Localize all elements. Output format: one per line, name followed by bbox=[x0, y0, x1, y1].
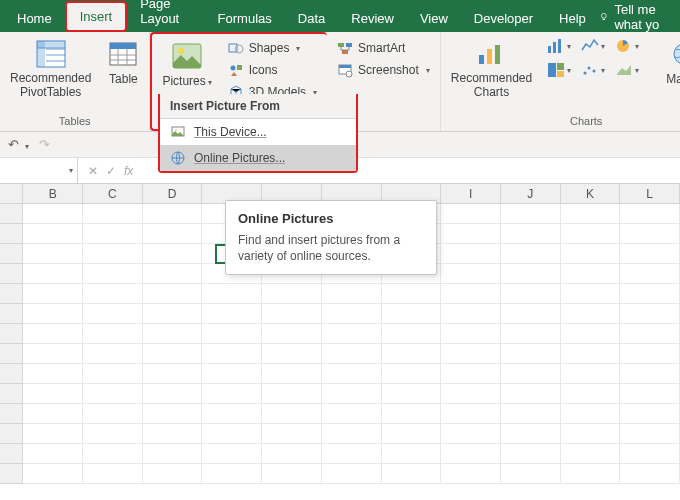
cell[interactable] bbox=[262, 344, 322, 364]
cell[interactable] bbox=[322, 424, 382, 444]
cell[interactable] bbox=[23, 284, 83, 304]
cell[interactable] bbox=[23, 344, 83, 364]
cell[interactable] bbox=[561, 364, 621, 384]
col-header[interactable]: C bbox=[83, 184, 143, 203]
cell[interactable] bbox=[620, 344, 680, 364]
cell[interactable] bbox=[620, 204, 680, 224]
screenshot-button[interactable]: Screenshot▾ bbox=[333, 60, 434, 80]
tab-insert[interactable]: Insert bbox=[65, 1, 128, 32]
cell[interactable] bbox=[143, 364, 203, 384]
row-header[interactable] bbox=[0, 384, 23, 404]
cell[interactable] bbox=[83, 244, 143, 264]
cell[interactable] bbox=[322, 464, 382, 484]
cell[interactable] bbox=[620, 264, 680, 284]
cell[interactable] bbox=[262, 304, 322, 324]
cell[interactable] bbox=[382, 344, 442, 364]
cell[interactable] bbox=[501, 224, 561, 244]
cell[interactable] bbox=[382, 464, 442, 484]
cell[interactable] bbox=[441, 384, 501, 404]
cell[interactable] bbox=[561, 464, 621, 484]
cell[interactable] bbox=[143, 244, 203, 264]
cell[interactable] bbox=[620, 424, 680, 444]
cell[interactable] bbox=[83, 364, 143, 384]
cell[interactable] bbox=[262, 464, 322, 484]
cell[interactable] bbox=[23, 224, 83, 244]
cell[interactable] bbox=[143, 444, 203, 464]
line-chart-button[interactable]: ▾ bbox=[578, 36, 608, 56]
cell[interactable] bbox=[382, 424, 442, 444]
cell[interactable] bbox=[561, 304, 621, 324]
name-box[interactable]: ▾ bbox=[0, 158, 78, 183]
cell[interactable] bbox=[83, 444, 143, 464]
dropdown-this-device[interactable]: This Device... bbox=[160, 119, 356, 145]
cell[interactable] bbox=[561, 204, 621, 224]
cell[interactable] bbox=[441, 324, 501, 344]
cell[interactable] bbox=[501, 244, 561, 264]
cell[interactable] bbox=[382, 284, 442, 304]
cell[interactable] bbox=[441, 444, 501, 464]
cell[interactable] bbox=[322, 404, 382, 424]
col-header[interactable]: K bbox=[561, 184, 621, 203]
cell[interactable] bbox=[441, 304, 501, 324]
col-header[interactable]: D bbox=[143, 184, 203, 203]
scatter-chart-button[interactable]: ▾ bbox=[578, 60, 608, 80]
tab-page-layout[interactable]: Page Layout bbox=[127, 0, 204, 32]
cell[interactable] bbox=[561, 404, 621, 424]
cell[interactable] bbox=[501, 204, 561, 224]
cell[interactable] bbox=[202, 464, 262, 484]
cell[interactable] bbox=[143, 464, 203, 484]
cell[interactable] bbox=[262, 404, 322, 424]
cell[interactable] bbox=[322, 344, 382, 364]
cell[interactable] bbox=[202, 324, 262, 344]
shapes-button[interactable]: Shapes▾ bbox=[224, 38, 321, 58]
cell[interactable] bbox=[382, 364, 442, 384]
maps-button[interactable]: Maps▾ bbox=[662, 36, 680, 88]
undo-button[interactable]: ↶ ▾ bbox=[8, 137, 29, 152]
cell[interactable] bbox=[143, 324, 203, 344]
cell[interactable] bbox=[262, 384, 322, 404]
cell[interactable] bbox=[23, 244, 83, 264]
cell[interactable] bbox=[441, 464, 501, 484]
cell[interactable] bbox=[620, 284, 680, 304]
cell[interactable] bbox=[202, 304, 262, 324]
cell[interactable] bbox=[83, 224, 143, 244]
tab-help[interactable]: Help bbox=[546, 5, 599, 32]
smartart-button[interactable]: SmartArt bbox=[333, 38, 434, 58]
cell[interactable] bbox=[83, 344, 143, 364]
cell[interactable] bbox=[202, 424, 262, 444]
tab-data[interactable]: Data bbox=[285, 5, 338, 32]
cell[interactable] bbox=[83, 464, 143, 484]
cell[interactable] bbox=[322, 284, 382, 304]
cell[interactable] bbox=[202, 384, 262, 404]
table-button[interactable]: Table bbox=[103, 36, 143, 88]
row-header[interactable] bbox=[0, 244, 23, 264]
cell[interactable] bbox=[143, 424, 203, 444]
cell[interactable] bbox=[143, 284, 203, 304]
cell[interactable] bbox=[23, 424, 83, 444]
cell[interactable] bbox=[441, 404, 501, 424]
cell[interactable] bbox=[262, 284, 322, 304]
cell[interactable] bbox=[382, 324, 442, 344]
row-header[interactable] bbox=[0, 224, 23, 244]
cell[interactable] bbox=[23, 324, 83, 344]
cell[interactable] bbox=[23, 384, 83, 404]
cell[interactable] bbox=[501, 344, 561, 364]
cell[interactable] bbox=[143, 404, 203, 424]
cell[interactable] bbox=[501, 404, 561, 424]
cell[interactable] bbox=[561, 444, 621, 464]
enter-icon[interactable]: ✓ bbox=[106, 164, 116, 178]
cell[interactable] bbox=[23, 204, 83, 224]
row-header[interactable] bbox=[0, 204, 23, 224]
cell[interactable] bbox=[23, 404, 83, 424]
tab-developer[interactable]: Developer bbox=[461, 5, 546, 32]
cell[interactable] bbox=[83, 264, 143, 284]
cell[interactable] bbox=[23, 444, 83, 464]
cell[interactable] bbox=[262, 324, 322, 344]
cell[interactable] bbox=[561, 224, 621, 244]
row-header[interactable] bbox=[0, 284, 23, 304]
cell[interactable] bbox=[202, 444, 262, 464]
cell[interactable] bbox=[83, 204, 143, 224]
cell[interactable] bbox=[322, 364, 382, 384]
col-header[interactable]: L bbox=[620, 184, 680, 203]
cell[interactable] bbox=[561, 384, 621, 404]
